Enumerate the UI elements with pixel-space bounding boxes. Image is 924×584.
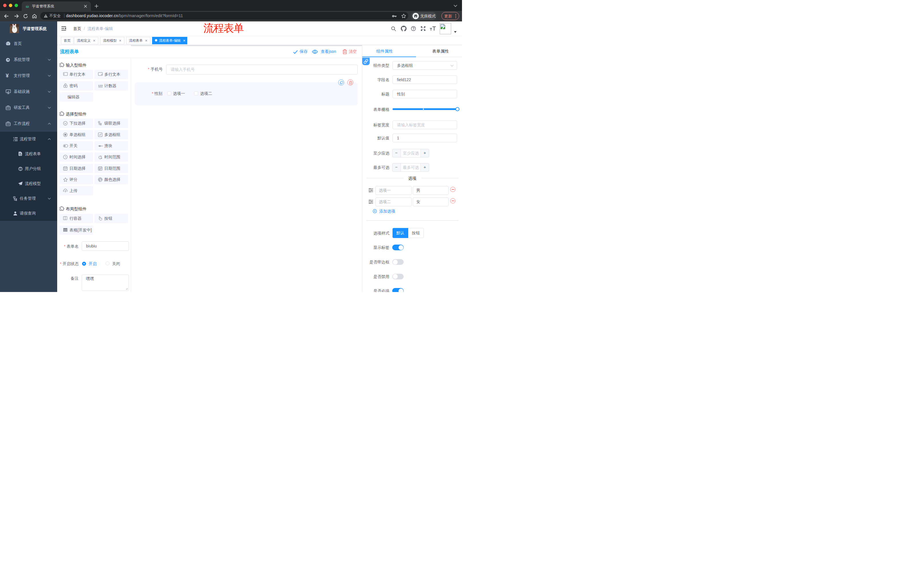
svg-text:123: 123 <box>98 84 102 87</box>
